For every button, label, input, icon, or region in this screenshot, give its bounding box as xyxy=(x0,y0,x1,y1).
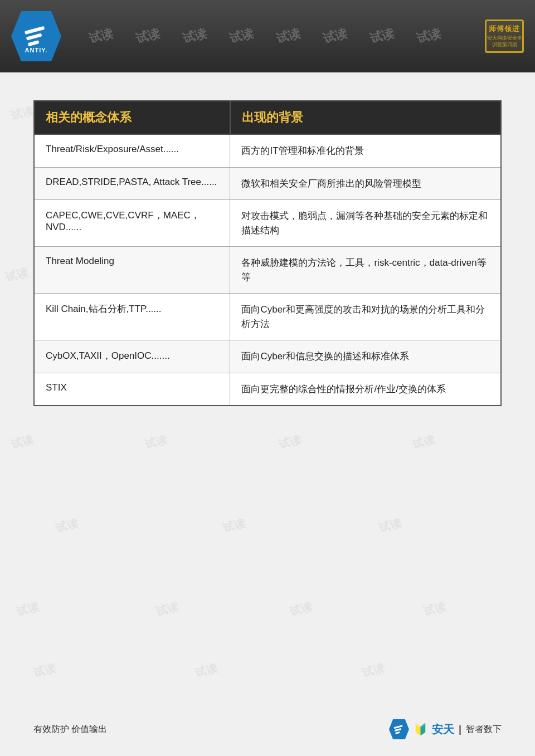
table-cell-right-2: 对攻击模式，脆弱点，漏洞等各种基础的安全元素的标定和描述结构 xyxy=(230,200,501,247)
bwm-31: 试读 xyxy=(361,660,386,680)
footer: 有效防护 价值输出 🔰 安天 | 智者数下 xyxy=(0,719,535,739)
footer-brand-text: 🔰 xyxy=(414,723,427,736)
header-watermark-8: 试读 xyxy=(415,25,442,47)
table-cell-right-1: 微软和相关安全厂商所推出的风险管理模型 xyxy=(230,167,501,200)
table-cell-right-0: 西方的IT管理和标准化的背景 xyxy=(230,134,501,167)
table-row: CybOX,TAXII，OpenIOC.......面向Cyber和信息交换的描… xyxy=(34,340,501,373)
main-content: 相关的概念体系 出现的背景 Threat/Risk/Exposure/Asset… xyxy=(0,72,535,423)
bwm-30: 试读 xyxy=(193,660,219,680)
concepts-table: 相关的概念体系 出现的背景 Threat/Risk/Exposure/Asset… xyxy=(33,100,502,406)
logo-lines xyxy=(25,26,48,46)
footer-brand: 安天 xyxy=(432,722,454,737)
col2-header: 出现的背景 xyxy=(230,101,501,134)
table-row: CAPEC,CWE,CVE,CVRF，MAEC，NVD......对攻击模式，脆… xyxy=(34,200,501,247)
header-watermark-5: 试读 xyxy=(274,25,302,47)
table-cell-right-4: 面向Cyber和更高强度的攻击和对抗的场景的分析工具和分析方法 xyxy=(230,294,501,340)
footer-right: 🔰 安天 | 智者数下 xyxy=(389,719,502,739)
table-cell-left-6: STIX xyxy=(34,373,230,406)
bwm-28: 试读 xyxy=(422,599,448,619)
footer-logo-line-3 xyxy=(395,731,400,734)
table-cell-right-3: 各种威胁建模的方法论，工具，risk-centric，data-driven等等 xyxy=(230,247,501,294)
table-row: Threat Modeling各种威胁建模的方法论，工具，risk-centri… xyxy=(34,247,501,294)
footer-logo-lines xyxy=(394,725,405,734)
bwm-26: 试读 xyxy=(154,599,180,619)
table-cell-left-0: Threat/Risk/Exposure/Asset...... xyxy=(34,134,230,167)
col1-header: 相关的概念体系 xyxy=(34,101,230,134)
table-row: STIX面向更完整的综合性的情报分析/作业/交换的体系 xyxy=(34,373,501,406)
header: ANTIY. 试读 试读 试读 试读 试读 试读 试读 试读 师傅领进 安天网络… xyxy=(0,0,535,72)
table-cell-left-3: Threat Modeling xyxy=(34,247,230,294)
footer-left-text: 有效防护 价值输出 xyxy=(33,724,107,735)
header-watermark-1: 试读 xyxy=(87,25,115,47)
bwm-18: 试读 xyxy=(9,432,35,452)
footer-tagline: 智者数下 xyxy=(466,724,502,735)
bwm-20: 试读 xyxy=(277,432,303,452)
table-row: Kill Chain,钻石分析,TTP......面向Cyber和更高强度的攻击… xyxy=(34,294,501,340)
bwm-22: 试读 xyxy=(54,515,80,535)
header-watermark-4: 试读 xyxy=(227,25,255,47)
bwm-19: 试读 xyxy=(143,432,169,452)
header-watermark-area: 试读 试读 试读 试读 试读 试读 试读 试读 xyxy=(61,28,468,45)
header-watermark-3: 试读 xyxy=(181,25,208,47)
logo-text: ANTIY. xyxy=(25,47,48,53)
emblem-bottom-text: 安天网络安全冬训营第四期 xyxy=(487,35,522,48)
logo-line-1 xyxy=(25,26,45,35)
bwm-25: 试读 xyxy=(15,599,41,619)
footer-divider: | xyxy=(459,724,461,735)
logo-line-2 xyxy=(26,33,42,41)
bwm-29: 试读 xyxy=(32,660,57,680)
logo-line-3 xyxy=(28,40,40,46)
bwm-27: 试读 xyxy=(288,599,314,619)
bwm-21: 试读 xyxy=(411,432,436,452)
table-row: Threat/Risk/Exposure/Asset......西方的IT管理和… xyxy=(34,134,501,167)
table-cell-right-5: 面向Cyber和信息交换的描述和标准体系 xyxy=(230,340,501,373)
table-cell-left-1: DREAD,STRIDE,PASTA, Attack Tree...... xyxy=(34,167,230,200)
header-watermark-2: 试读 xyxy=(134,25,162,47)
footer-logo-line-1 xyxy=(394,725,403,729)
bwm-24: 试读 xyxy=(377,515,403,535)
footer-logo-box xyxy=(389,719,409,739)
table-row: DREAD,STRIDE,PASTA, Attack Tree......微软和… xyxy=(34,167,501,200)
antiy-logo: ANTIY. xyxy=(11,11,61,61)
table-cell-left-5: CybOX,TAXII，OpenIOC....... xyxy=(34,340,230,373)
table-cell-right-6: 面向更完整的综合性的情报分析/作业/交换的体系 xyxy=(230,373,501,406)
header-watermark-7: 试读 xyxy=(368,25,396,47)
table-cell-left-2: CAPEC,CWE,CVE,CVRF，MAEC，NVD...... xyxy=(34,200,230,247)
header-watermark-6: 试读 xyxy=(321,25,349,47)
emblem-top-text: 师傅领进 xyxy=(489,24,520,34)
emblem-box: 师傅领进 安天网络安全冬训营第四期 xyxy=(485,19,524,53)
table-cell-left-4: Kill Chain,钻石分析,TTP...... xyxy=(34,294,230,340)
header-right-emblem: 师傅领进 安天网络安全冬训营第四期 xyxy=(468,14,524,58)
bwm-23: 试读 xyxy=(221,515,247,535)
